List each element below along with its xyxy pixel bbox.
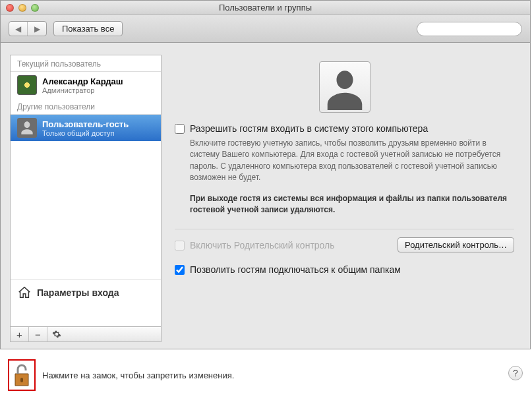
shared-folders-checkbox[interactable] (175, 265, 185, 275)
remove-user-button[interactable]: − (29, 327, 47, 341)
lock-button[interactable] (8, 359, 36, 391)
login-options-label: Параметры входа (37, 287, 119, 298)
forward-button[interactable]: ▶ (28, 22, 46, 36)
add-user-button[interactable]: + (11, 327, 29, 341)
main-panel: Разрешить гостям входить в систему этого… (162, 55, 521, 342)
shared-folders-row: Позволить гостям подключаться к общим па… (175, 264, 514, 275)
sidebar-action-bar: + − (10, 326, 162, 342)
guest-user-name: Пользователь-гость (42, 119, 129, 129)
shared-folders-label: Позволить гостям подключаться к общим па… (190, 264, 401, 275)
toolbar: ◀ ▶ Показать все (1, 15, 530, 43)
open-parental-controls-button[interactable]: Родительский контроль… (398, 237, 514, 252)
allow-guest-login-row: Разрешить гостям входить в систему этого… (175, 123, 514, 134)
titlebar: Пользователи и группы (1, 1, 530, 15)
back-button[interactable]: ◀ (9, 22, 28, 36)
window-title: Пользователи и группы (1, 3, 530, 13)
allow-guest-login-label: Разрешить гостям входить в систему этого… (190, 123, 428, 134)
allow-guest-login-checkbox[interactable] (175, 124, 185, 134)
guest-user-row[interactable]: Пользователь-гость Только общий доступ (11, 115, 161, 141)
action-menu-button[interactable] (47, 327, 66, 341)
show-all-button[interactable]: Показать все (53, 21, 123, 36)
current-user-role: Администратор (42, 86, 123, 94)
guest-user-role: Только общий доступ (42, 129, 129, 137)
help-button[interactable]: ? (508, 366, 523, 380)
search-input[interactable] (425, 24, 524, 34)
svg-rect-2 (20, 378, 23, 382)
house-icon (17, 285, 32, 300)
zoom-window-button[interactable] (31, 4, 39, 12)
other-users-section-label: Другие пользователи (11, 98, 161, 115)
allow-guest-login-description: Включите гостевую учетную запись, чтобы … (190, 138, 514, 184)
parental-control-row: Включить Родительский контроль (175, 240, 335, 250)
guest-avatar-icon (17, 118, 37, 138)
login-options-row[interactable]: Параметры входа (11, 280, 161, 305)
user-sidebar: Текущий пользователь Александр Кардаш Ад… (10, 55, 162, 326)
account-picture[interactable] (319, 61, 370, 113)
parental-control-checkbox (175, 241, 185, 250)
close-window-button[interactable] (6, 4, 14, 12)
nav-back-forward: ◀ ▶ (9, 21, 47, 36)
divider (175, 229, 514, 229)
lock-footer: Нажмите на замок, чтобы запретить измене… (8, 359, 234, 391)
current-user-row[interactable]: Александр Кардаш Администратор (11, 72, 161, 98)
lock-hint-text: Нажмите на замок, чтобы запретить измене… (42, 370, 234, 380)
current-user-section-label: Текущий пользователь (11, 55, 161, 72)
unlocked-padlock-icon (11, 362, 33, 388)
parental-control-label: Включить Родительский контроль (190, 240, 335, 250)
search-field[interactable] (417, 22, 522, 36)
gear-icon (52, 330, 61, 339)
guest-logout-warning: При выходе гостя из системы вся информац… (190, 193, 514, 216)
user-avatar-icon (17, 75, 37, 95)
current-user-name: Александр Кардаш (42, 76, 123, 86)
minimize-window-button[interactable] (18, 4, 26, 12)
